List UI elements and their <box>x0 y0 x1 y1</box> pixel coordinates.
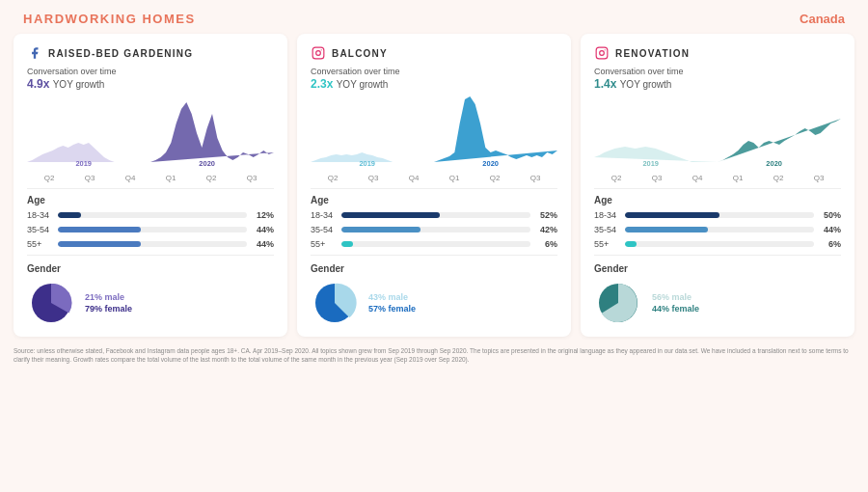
divider6 <box>594 255 841 256</box>
card2-age-row-1834: 18-34 52% <box>311 210 557 220</box>
card3-title: RENOVATION <box>615 48 690 59</box>
card3-yoy: 1.4x YOY growth <box>594 77 841 91</box>
card-raised-bed: RAISED-BED GARDENING Conversation over t… <box>14 34 287 337</box>
divider5 <box>594 188 841 189</box>
card2-male-label: 43% male <box>368 292 416 302</box>
card2-chart: 2019 2020 <box>311 95 557 172</box>
card3-age-row-1834: 18-34 50% <box>594 210 841 220</box>
divider4 <box>311 255 557 256</box>
svg-rect-3 <box>312 47 324 59</box>
card3-female-label: 44% female <box>652 304 699 314</box>
card2-female-label: 57% female <box>368 304 416 314</box>
card2-title: BALCONY <box>332 48 388 59</box>
card1-title: RAISED-BED GARDENING <box>48 48 193 59</box>
card2-age-title: Age <box>311 195 557 205</box>
svg-text:2020: 2020 <box>766 159 782 168</box>
card2-yoy-label: YOY growth <box>337 79 389 90</box>
card2-quarters: Q2 Q3 Q4 Q1 Q2 Q3 <box>311 174 557 182</box>
app-title: HARDWORKING HOMES <box>23 12 196 26</box>
card2-age-row-3554: 35-54 42% <box>311 225 557 234</box>
card1-age-title: Age <box>27 195 274 205</box>
svg-text:2020: 2020 <box>199 159 215 168</box>
card3-yoy-label: YOY growth <box>620 79 672 90</box>
svg-text:2019: 2019 <box>359 159 375 168</box>
region-label: Canada <box>800 12 845 26</box>
card-renovation: RENOVATION Conversation over time 1.4x Y… <box>581 34 854 337</box>
divider3 <box>311 188 557 189</box>
card2-chart-label: Conversation over time <box>311 67 557 76</box>
card3-growth-number: 1.4x <box>594 77 616 91</box>
card3-chart: 2019 2020 <box>594 95 841 172</box>
card1-chart: 2019 2020 <box>27 95 274 172</box>
card1-age-row-1834: 18-34 12% <box>27 210 274 220</box>
footer-note: Source: unless otherwise stated, Faceboo… <box>0 342 868 368</box>
card3-header: RENOVATION <box>594 45 841 61</box>
svg-point-11 <box>605 49 606 50</box>
card3-chart-label: Conversation over time <box>594 67 841 76</box>
card3-age-title: Age <box>594 195 841 205</box>
svg-point-4 <box>316 51 321 56</box>
card1-chart-label: Conversation over time <box>27 67 274 76</box>
svg-text:2020: 2020 <box>482 159 499 168</box>
card2-pie <box>311 279 359 327</box>
card3-quarters: Q2 Q3 Q4 Q1 Q2 Q3 <box>594 174 841 182</box>
card1-yoy-label: YOY growth <box>53 79 105 90</box>
facebook-icon <box>27 45 42 61</box>
svg-text:2019: 2019 <box>642 159 659 168</box>
card1-yoy: 4.9x YOY growth <box>27 77 274 91</box>
divider <box>27 188 274 189</box>
card1-age-row-3554: 35-54 44% <box>27 225 274 234</box>
card1-gender: Gender 21% male 79% female <box>27 263 274 327</box>
card3-gender: Gender 56% male 44% female <box>594 263 841 327</box>
card2-growth-number: 2.3x <box>311 77 333 91</box>
card1-quarters: Q2 Q3 Q4 Q1 Q2 Q3 <box>27 174 274 182</box>
instagram-icon-3 <box>594 45 610 61</box>
card1-male-label: 21% male <box>85 292 132 302</box>
card1-pie <box>27 279 75 327</box>
svg-text:2019: 2019 <box>75 159 92 168</box>
main-content: RAISED-BED GARDENING Conversation over t… <box>0 34 868 342</box>
svg-rect-9 <box>596 47 608 59</box>
card2-header: BALCONY <box>311 45 557 61</box>
header: HARDWORKING HOMES Canada <box>0 0 868 34</box>
divider2 <box>27 255 274 256</box>
card3-male-label: 56% male <box>652 292 699 302</box>
card1-header: RAISED-BED GARDENING <box>27 45 274 61</box>
card3-age-row-3554: 35-54 44% <box>594 225 841 234</box>
card1-age-row-55plus: 55+ 44% <box>27 239 274 249</box>
svg-point-5 <box>321 49 322 50</box>
card-balcony: BALCONY Conversation over time 2.3x YOY … <box>297 34 571 337</box>
card3-pie <box>594 279 642 327</box>
card1-female-label: 79% female <box>85 304 132 314</box>
instagram-icon-2 <box>311 45 326 61</box>
card2-gender: Gender 43% male 57% female <box>311 263 557 327</box>
card2-age-row-55plus: 55+ 6% <box>311 239 557 249</box>
svg-point-10 <box>600 51 605 56</box>
card2-yoy: 2.3x YOY growth <box>311 77 557 91</box>
card3-age-row-55plus: 55+ 6% <box>594 239 841 249</box>
card1-growth-number: 4.9x <box>27 77 49 91</box>
